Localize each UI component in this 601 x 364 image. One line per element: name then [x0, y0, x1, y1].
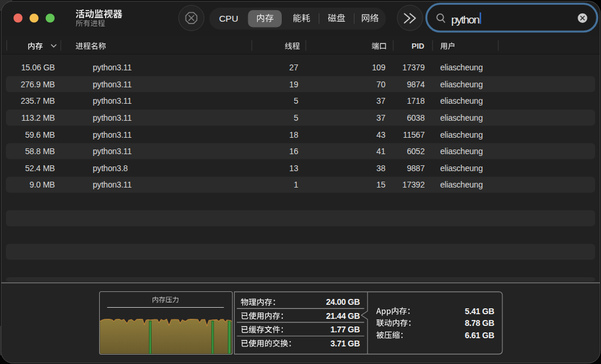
svg-text:eliascheung: eliascheung — [440, 113, 483, 123]
svg-text:eliascheung: eliascheung — [440, 180, 483, 189]
svg-text:6038: 6038 — [407, 113, 425, 123]
svg-text:113.2 MB: 113.2 MB — [21, 113, 55, 123]
svg-text:python3.11: python3.11 — [93, 130, 132, 140]
svg-text:9887: 9887 — [407, 164, 425, 173]
svg-text:5.41 GB: 5.41 GB — [465, 307, 494, 316]
svg-text:37: 37 — [376, 96, 386, 106]
svg-text:5: 5 — [293, 113, 298, 123]
svg-text:27: 27 — [289, 63, 299, 72]
svg-text:eliascheung: eliascheung — [440, 63, 483, 72]
svg-text:3.71 GB: 3.71 GB — [330, 339, 360, 348]
svg-text:276.9 MB: 276.9 MB — [21, 80, 55, 89]
svg-text:70: 70 — [376, 80, 386, 89]
svg-text:python3.11: python3.11 — [93, 113, 132, 123]
svg-text:eliascheung: eliascheung — [440, 96, 483, 106]
svg-text:eliascheung: eliascheung — [440, 164, 483, 173]
svg-text:11567: 11567 — [403, 130, 425, 140]
svg-text:1: 1 — [293, 180, 298, 189]
svg-text:37: 37 — [376, 113, 386, 123]
svg-text:21.44 GB: 21.44 GB — [326, 311, 360, 321]
svg-text:1.77 GB: 1.77 GB — [330, 325, 360, 334]
svg-text:59.6 MB: 59.6 MB — [25, 130, 55, 140]
svg-text:8.78 GB: 8.78 GB — [465, 318, 494, 328]
svg-text:58.8 MB: 58.8 MB — [25, 147, 55, 156]
svg-text:6052: 6052 — [407, 147, 425, 156]
svg-text:16: 16 — [289, 147, 299, 156]
svg-text:CPU: CPU — [219, 13, 238, 23]
svg-text:5: 5 — [293, 96, 298, 106]
svg-text:9.0 MB: 9.0 MB — [29, 180, 55, 189]
svg-text:19: 19 — [289, 80, 299, 89]
svg-text:python3.11: python3.11 — [93, 80, 132, 89]
svg-text:eliascheung: eliascheung — [440, 130, 483, 140]
svg-text:python3.8: python3.8 — [93, 164, 128, 173]
svg-text:17379: 17379 — [403, 63, 425, 72]
svg-text:python: python — [451, 13, 480, 26]
svg-text:235.7 MB: 235.7 MB — [21, 96, 55, 106]
svg-text:1718: 1718 — [407, 96, 425, 106]
svg-text:6.61 GB: 6.61 GB — [465, 331, 494, 340]
svg-text:17392: 17392 — [403, 180, 425, 189]
svg-text:python3.11: python3.11 — [93, 180, 132, 189]
svg-text:9874: 9874 — [407, 80, 425, 89]
svg-text:13: 13 — [289, 164, 299, 173]
svg-text:python3.11: python3.11 — [93, 96, 132, 106]
svg-text:109: 109 — [372, 63, 386, 72]
svg-text:python3.11: python3.11 — [93, 63, 132, 72]
svg-text:15: 15 — [376, 180, 386, 189]
svg-text:38: 38 — [376, 164, 386, 173]
svg-text:eliascheung: eliascheung — [440, 147, 483, 156]
svg-text:eliascheung: eliascheung — [440, 80, 483, 89]
svg-text:15.06 GB: 15.06 GB — [21, 63, 55, 72]
svg-text:41: 41 — [376, 147, 386, 156]
svg-text:18: 18 — [289, 130, 299, 140]
svg-text:PID: PID — [411, 42, 424, 50]
svg-text:52.4 MB: 52.4 MB — [25, 164, 55, 173]
svg-text:24.00 GB: 24.00 GB — [326, 297, 360, 307]
svg-text:python3.11: python3.11 — [93, 147, 132, 156]
svg-text:43: 43 — [376, 130, 386, 140]
